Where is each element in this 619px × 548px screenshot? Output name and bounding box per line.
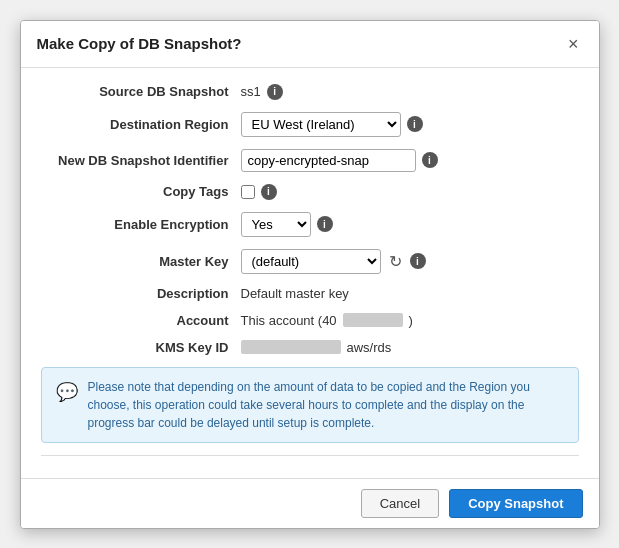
copy-snapshot-button[interactable]: Copy Snapshot <box>449 489 582 518</box>
dialog-header: Make Copy of DB Snapshot? × <box>21 21 599 68</box>
kms-key-id-value-group: aws/rds <box>241 340 579 355</box>
master-key-value-group: (default) ↻ i <box>241 249 579 274</box>
info-message-box: 💬 Please note that depending on the amou… <box>41 367 579 443</box>
description-value: Default master key <box>241 286 349 301</box>
new-snapshot-id-value-group: i <box>241 149 579 172</box>
kms-key-id-label: KMS Key ID <box>41 340 241 355</box>
new-snapshot-id-label: New DB Snapshot Identifier <box>41 153 241 168</box>
description-row: Description Default master key <box>41 286 579 301</box>
source-db-snapshot-value: ss1 <box>241 84 261 99</box>
info-message-text: Please note that depending on the amount… <box>88 378 564 432</box>
master-key-info-icon[interactable]: i <box>410 253 426 269</box>
destination-region-select[interactable]: EU West (Ireland) US East (N. Virginia) … <box>241 112 401 137</box>
master-key-label: Master Key <box>41 254 241 269</box>
copy-tags-checkbox[interactable] <box>241 185 255 199</box>
new-snapshot-id-row: New DB Snapshot Identifier i <box>41 149 579 172</box>
kms-key-id-row: KMS Key ID aws/rds <box>41 340 579 355</box>
enable-encryption-select[interactable]: Yes No <box>241 212 311 237</box>
enable-encryption-info-icon[interactable]: i <box>317 216 333 232</box>
description-label: Description <box>41 286 241 301</box>
copy-tags-row: Copy Tags i <box>41 184 579 200</box>
copy-tags-value-group: i <box>241 184 579 200</box>
source-db-snapshot-value-group: ss1 i <box>241 84 579 100</box>
source-db-snapshot-row: Source DB Snapshot ss1 i <box>41 84 579 100</box>
enable-encryption-value-group: Yes No i <box>241 212 579 237</box>
account-value-group: This account (40 ) <box>241 313 579 328</box>
source-db-snapshot-label: Source DB Snapshot <box>41 84 241 99</box>
description-value-group: Default master key <box>241 286 579 301</box>
dialog-footer: Cancel Copy Snapshot <box>21 478 599 528</box>
kms-key-id-blurred <box>241 340 341 354</box>
footer-separator <box>41 455 579 456</box>
cancel-button[interactable]: Cancel <box>361 489 439 518</box>
destination-region-value-group: EU West (Ireland) US East (N. Virginia) … <box>241 112 579 137</box>
account-row: Account This account (40 ) <box>41 313 579 328</box>
close-button[interactable]: × <box>564 33 583 55</box>
account-blurred <box>343 313 403 327</box>
destination-region-info-icon[interactable]: i <box>407 116 423 132</box>
source-db-snapshot-info-icon[interactable]: i <box>267 84 283 100</box>
enable-encryption-row: Enable Encryption Yes No i <box>41 212 579 237</box>
copy-tags-label: Copy Tags <box>41 184 241 199</box>
account-label: Account <box>41 313 241 328</box>
account-suffix: ) <box>409 313 413 328</box>
destination-region-row: Destination Region EU West (Ireland) US … <box>41 112 579 137</box>
enable-encryption-label: Enable Encryption <box>41 217 241 232</box>
master-key-refresh-button[interactable]: ↻ <box>387 252 404 271</box>
dialog-body: Source DB Snapshot ss1 i Destination Reg… <box>21 68 599 478</box>
new-snapshot-id-info-icon[interactable]: i <box>422 152 438 168</box>
destination-region-label: Destination Region <box>41 117 241 132</box>
account-prefix: This account (40 <box>241 313 337 328</box>
kms-key-id-suffix: aws/rds <box>347 340 392 355</box>
make-copy-dialog: Make Copy of DB Snapshot? × Source DB Sn… <box>20 20 600 529</box>
master-key-select[interactable]: (default) <box>241 249 381 274</box>
new-snapshot-id-input[interactable] <box>241 149 416 172</box>
info-box-icon: 💬 <box>56 379 78 406</box>
dialog-title: Make Copy of DB Snapshot? <box>37 35 242 52</box>
copy-tags-info-icon[interactable]: i <box>261 184 277 200</box>
master-key-row: Master Key (default) ↻ i <box>41 249 579 274</box>
